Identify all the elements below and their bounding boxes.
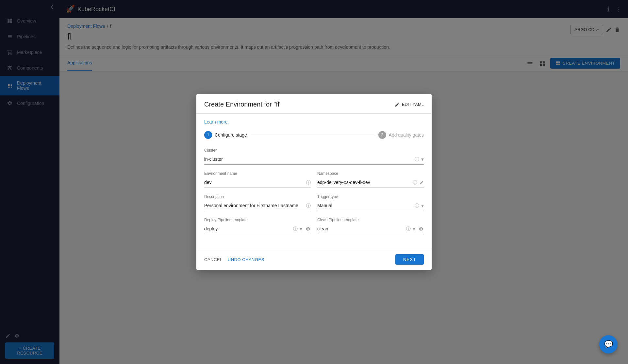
deploy-pipeline-suffix: ⓘ ▾ bbox=[293, 226, 311, 232]
pipeline-row: Deploy Pipeline template ⓘ ▾ Clean P bbox=[204, 218, 424, 234]
clean-pipeline-info-icon[interactable]: ⓘ bbox=[406, 226, 411, 232]
clean-pipeline-input-wrapper: ⓘ ▾ bbox=[317, 223, 424, 234]
step-2-label: Add quality gates bbox=[389, 132, 424, 138]
clean-pipeline-field-group: Clean Pipeline template ⓘ ▾ bbox=[317, 218, 424, 234]
deploy-pipeline-dropdown-icon[interactable]: ▾ bbox=[300, 226, 302, 232]
trigger-type-input-wrapper: ⓘ ▾ bbox=[317, 200, 424, 211]
cluster-input[interactable] bbox=[204, 154, 424, 165]
trigger-type-suffix: ⓘ ▾ bbox=[415, 203, 424, 209]
chat-icon: 💬 bbox=[604, 340, 613, 349]
deploy-pipeline-label: Deploy Pipeline template bbox=[204, 218, 311, 222]
clean-pipeline-settings-icon[interactable] bbox=[419, 226, 424, 232]
undo-changes-button[interactable]: UNDO CHANGES bbox=[228, 255, 264, 265]
namespace-input[interactable] bbox=[317, 177, 424, 188]
cluster-field-group: Cluster ⓘ ▾ bbox=[204, 148, 424, 165]
cancel-button[interactable]: CANCEL bbox=[204, 255, 223, 265]
dialog-header: Create Environment for "fl" EDIT YAML bbox=[196, 94, 432, 114]
env-name-input-wrapper: ⓘ bbox=[204, 177, 311, 188]
namespace-label: Namespace bbox=[317, 171, 424, 176]
cluster-dropdown-icon[interactable]: ▾ bbox=[421, 156, 424, 162]
clean-pipeline-dropdown-icon[interactable]: ▾ bbox=[413, 226, 415, 232]
deploy-pipeline-info-icon[interactable]: ⓘ bbox=[293, 226, 298, 232]
description-suffix: ⓘ bbox=[306, 203, 311, 209]
step-2: 2 Add quality gates bbox=[378, 131, 424, 139]
desc-trigger-row: Description ⓘ Trigger type ⓘ ▾ bbox=[204, 194, 424, 211]
cluster-info-icon[interactable]: ⓘ bbox=[415, 157, 419, 162]
namespace-field-group: Namespace ⓘ bbox=[317, 171, 424, 188]
trigger-type-field-group: Trigger type ⓘ ▾ bbox=[317, 194, 424, 211]
description-field-group: Description ⓘ bbox=[204, 194, 311, 211]
description-input[interactable] bbox=[204, 200, 311, 211]
modal-overlay: Create Environment for "fl" EDIT YAML Le… bbox=[0, 0, 628, 364]
edit-yaml-button[interactable]: EDIT YAML bbox=[395, 102, 424, 107]
dialog-body: Learn more. 1 Configure stage 2 Add qual… bbox=[196, 114, 432, 249]
step-2-circle: 2 bbox=[378, 131, 386, 139]
env-name-input[interactable] bbox=[204, 177, 311, 188]
cluster-input-wrapper: ⓘ ▾ bbox=[204, 154, 424, 165]
description-input-wrapper: ⓘ bbox=[204, 200, 311, 211]
env-name-info-icon[interactable]: ⓘ bbox=[306, 180, 311, 186]
trigger-type-info-icon[interactable]: ⓘ bbox=[415, 203, 419, 209]
env-namespace-row: Environment name ⓘ Namespace ⓘ bbox=[204, 171, 424, 188]
clean-pipeline-suffix: ⓘ ▾ bbox=[406, 226, 424, 232]
trigger-type-dropdown-icon[interactable]: ▾ bbox=[421, 203, 424, 209]
cluster-suffix: ⓘ ▾ bbox=[415, 156, 424, 162]
trigger-type-label: Trigger type bbox=[317, 194, 424, 199]
step-connector bbox=[251, 135, 374, 135]
edit-yaml-label: EDIT YAML bbox=[402, 102, 424, 107]
stepper: 1 Configure stage 2 Add quality gates bbox=[204, 131, 424, 139]
dialog-title: Create Environment for "fl" bbox=[204, 101, 282, 108]
deploy-pipeline-settings-icon[interactable] bbox=[306, 226, 311, 232]
namespace-input-wrapper: ⓘ bbox=[317, 177, 424, 188]
description-label: Description bbox=[204, 194, 311, 199]
step-1-label: Configure stage bbox=[215, 132, 247, 138]
cluster-label: Cluster bbox=[204, 148, 424, 153]
clean-pipeline-label: Clean Pipeline template bbox=[317, 218, 424, 222]
env-name-label: Environment name bbox=[204, 171, 311, 176]
learn-more-link[interactable]: Learn more. bbox=[204, 119, 229, 124]
step-1-circle: 1 bbox=[204, 131, 212, 139]
trigger-type-input[interactable] bbox=[317, 200, 424, 211]
next-button[interactable]: NEXT bbox=[395, 254, 424, 265]
namespace-edit-icon[interactable] bbox=[419, 180, 424, 186]
dialog-footer: CANCEL UNDO CHANGES NEXT bbox=[196, 249, 432, 270]
namespace-suffix: ⓘ bbox=[413, 180, 424, 186]
namespace-info-icon[interactable]: ⓘ bbox=[413, 180, 417, 186]
env-name-suffix: ⓘ bbox=[306, 180, 311, 186]
step-1: 1 Configure stage bbox=[204, 131, 247, 139]
env-name-field-group: Environment name ⓘ bbox=[204, 171, 311, 188]
deploy-pipeline-input-wrapper: ⓘ ▾ bbox=[204, 223, 311, 234]
dialog-footer-left: CANCEL UNDO CHANGES bbox=[204, 255, 264, 265]
create-environment-dialog: Create Environment for "fl" EDIT YAML Le… bbox=[196, 94, 432, 270]
description-info-icon[interactable]: ⓘ bbox=[306, 203, 311, 209]
deploy-pipeline-field-group: Deploy Pipeline template ⓘ ▾ bbox=[204, 218, 311, 234]
chat-fab-button[interactable]: 💬 bbox=[599, 335, 618, 354]
